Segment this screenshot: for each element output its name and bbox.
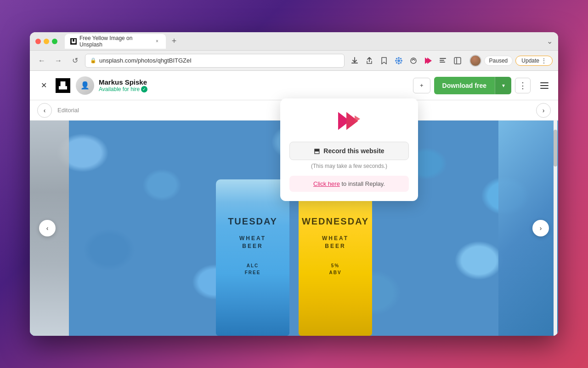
replay-popup: ⬒ Record this website (This may take a f… <box>280 98 418 201</box>
add-to-collection-button[interactable]: + <box>413 78 430 93</box>
photo-overlay-bar: ✕ 👤 Markus Spiske Available for hire ✓ <box>30 71 558 100</box>
svg-point-6 <box>396 58 397 59</box>
photographer-name[interactable]: Markus Spiske <box>99 78 147 86</box>
install-link[interactable]: Click here <box>313 180 340 187</box>
download-options-button[interactable]: ▾ <box>495 77 511 94</box>
reading-list-icon[interactable] <box>436 54 449 67</box>
custom-extension-1-icon[interactable] <box>392 54 405 67</box>
download-page-icon[interactable] <box>348 54 361 67</box>
profile-avatar[interactable] <box>469 55 481 67</box>
share-icon[interactable] <box>363 54 376 67</box>
lock-icon: 🔒 <box>90 58 96 63</box>
photographer-info: 👤 Markus Spiske Available for hire ✓ <box>76 76 407 95</box>
can2-info: 5% ABV <box>299 262 372 276</box>
address-bar[interactable]: 🔒 unsplash.com/photos/qhgtBITGZeI <box>85 54 345 68</box>
svg-rect-17 <box>454 58 461 64</box>
nav-bar: ← → ↺ 🔒 unsplash.com/photos/qhgtBITGZeI <box>30 51 558 71</box>
toolbar-icons <box>348 54 464 67</box>
forward-button[interactable]: → <box>52 54 65 67</box>
browser-tab[interactable]: Free Yellow Image on Unsplash × <box>65 34 166 49</box>
close-traffic-light[interactable] <box>35 39 41 44</box>
breadcrumb-text: Editorial <box>57 107 79 114</box>
custom-extension-2-icon[interactable] <box>407 54 420 67</box>
unsplash-page: ✕ 👤 Markus Spiske Available for hire ✓ <box>30 71 558 336</box>
more-options-button[interactable]: ⋮ <box>515 78 531 93</box>
record-btn-label: Record this website <box>323 147 384 155</box>
maximize-traffic-light[interactable] <box>52 39 57 44</box>
traffic-lights <box>35 39 57 44</box>
scrollbar[interactable] <box>554 121 557 336</box>
wednesday-can: WEDNESDAY WHEAT BEER 5% ABV <box>299 179 372 336</box>
verified-check-icon: ✓ <box>141 86 147 92</box>
tuesday-can: TUESDAY WHEAT BEER ALC FREE <box>216 179 289 336</box>
can1-info: ALC FREE <box>216 262 289 276</box>
paused-badge[interactable]: Paused <box>484 56 513 66</box>
update-more-icon: ⋮ <box>541 58 547 64</box>
svg-point-8 <box>396 62 397 63</box>
page-content: ✕ 👤 Markus Spiske Available for hire ✓ <box>30 71 558 336</box>
svg-point-2 <box>398 57 400 59</box>
download-group: Download free ▾ <box>434 77 511 94</box>
install-area: Click here to install Replay. <box>289 176 409 192</box>
new-tab-button[interactable]: + <box>168 35 181 48</box>
breadcrumb-prev-button[interactable]: ‹ <box>37 103 52 118</box>
minimize-traffic-light[interactable] <box>44 39 49 44</box>
address-text: unsplash.com/photos/qhgtBITGZeI <box>99 57 339 64</box>
can1-day: TUESDAY <box>216 216 289 227</box>
scrollbar-thumb[interactable] <box>554 130 557 167</box>
svg-rect-15 <box>440 60 444 61</box>
svg-point-11 <box>413 58 413 59</box>
hamburger-menu[interactable] <box>538 79 551 92</box>
record-icon: ⬒ <box>314 147 320 155</box>
can2-type: WHEAT BEER <box>299 235 372 250</box>
back-button[interactable]: ← <box>35 54 48 67</box>
unsplash-logo <box>56 78 70 93</box>
photo-nav-right[interactable]: › <box>532 220 549 236</box>
breadcrumb-next-button[interactable]: › <box>536 103 551 118</box>
svg-rect-16 <box>440 62 445 63</box>
tab-title: Free Yellow Image on Unsplash <box>79 35 149 48</box>
browser-window: Free Yellow Image on Unsplash × + ⌄ ← → … <box>30 32 558 336</box>
close-button[interactable]: ✕ <box>37 79 50 92</box>
sidebar-icon[interactable] <box>451 54 464 67</box>
tab-menu-button[interactable]: ⌄ <box>547 37 553 46</box>
photographer-avatar[interactable]: 👤 <box>76 76 94 95</box>
download-free-button[interactable]: Download free <box>434 77 495 94</box>
tab-favicon <box>70 38 77 45</box>
can1-type: WHEAT BEER <box>216 235 289 250</box>
top-actions: + Download free ▾ ⋮ <box>413 77 531 94</box>
hire-badge[interactable]: Available for hire ✓ <box>99 86 147 92</box>
beer-cans-container: TUESDAY WHEAT BEER ALC FREE WEDNESDAY WH… <box>211 179 377 336</box>
tab-close-button[interactable]: × <box>154 38 160 45</box>
reload-button[interactable]: ↺ <box>68 54 81 67</box>
replay-extension-icon[interactable] <box>422 54 435 67</box>
can2-day: WEDNESDAY <box>299 216 372 227</box>
record-website-button[interactable]: ⬒ Record this website <box>289 142 409 160</box>
svg-point-1 <box>397 59 400 62</box>
svg-marker-13 <box>427 58 432 64</box>
svg-point-7 <box>400 58 401 59</box>
replay-logo <box>335 109 363 134</box>
photo-nav-left[interactable]: ‹ <box>39 220 56 236</box>
update-button[interactable]: Update ⋮ <box>515 56 553 66</box>
right-side-panel <box>498 121 558 336</box>
svg-point-4 <box>395 60 397 62</box>
svg-point-5 <box>401 60 402 62</box>
svg-rect-0 <box>351 63 358 63</box>
record-subtitle: (This may take a few seconds.) <box>311 163 387 169</box>
svg-rect-14 <box>440 58 446 59</box>
svg-point-3 <box>398 63 400 64</box>
tab-bar: Free Yellow Image on Unsplash × + ⌄ <box>65 34 553 49</box>
profile-area: Paused Update ⋮ <box>469 55 553 67</box>
title-bar: Free Yellow Image on Unsplash × + ⌄ <box>30 32 558 51</box>
bookmark-icon[interactable] <box>378 54 390 67</box>
svg-point-9 <box>400 62 401 63</box>
photographer-details: Markus Spiske Available for hire ✓ <box>99 78 147 92</box>
install-text: to install Replay. <box>342 180 385 187</box>
